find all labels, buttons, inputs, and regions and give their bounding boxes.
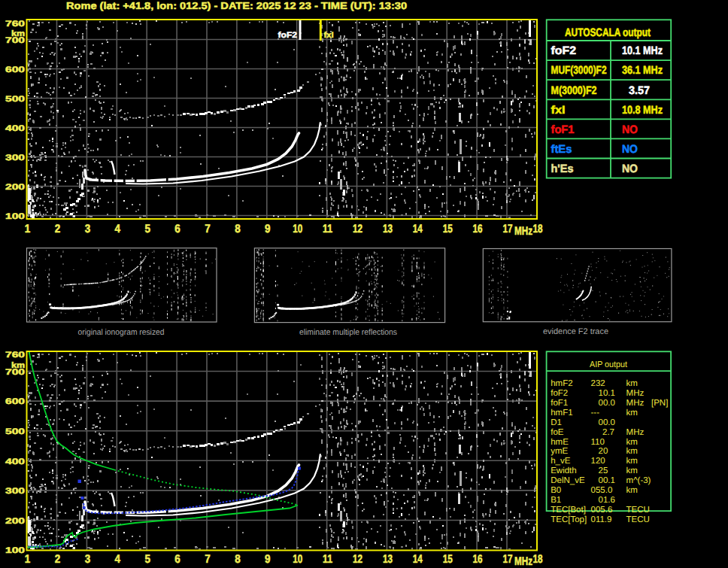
svg-text:01.6: 01.6 [599, 496, 615, 505]
svg-text:evidence F2 trace: evidence F2 trace [543, 327, 608, 336]
svg-text:MHz: MHz [626, 389, 645, 398]
svg-text:700: 700 [5, 36, 25, 45]
svg-text:17: 17 [503, 553, 513, 566]
svg-text:B0: B0 [551, 486, 561, 495]
svg-text:NO: NO [622, 163, 638, 175]
svg-text:4: 4 [115, 553, 121, 566]
svg-text:15: 15 [443, 223, 453, 235]
svg-text:13: 13 [383, 553, 393, 566]
svg-text:20: 20 [599, 447, 608, 456]
svg-text:foF1: foF1 [551, 399, 568, 408]
svg-text:14: 14 [413, 553, 423, 566]
svg-text:foE: foE [551, 428, 564, 437]
svg-text:1: 1 [25, 553, 31, 566]
svg-text:hmF2: hmF2 [551, 379, 572, 388]
svg-text:Rome (lat: +41.8, lon: 012.5): Rome (lat: +41.8, lon: 012.5) - DATE: 20… [66, 0, 407, 11]
svg-text:16: 16 [473, 223, 483, 235]
svg-text:hmF1: hmF1 [551, 409, 572, 418]
svg-text:600: 600 [5, 65, 25, 74]
svg-text:1: 1 [25, 223, 31, 235]
svg-text:foF1: foF1 [551, 123, 575, 136]
svg-text:16: 16 [473, 553, 483, 566]
svg-text:AUTOSCALA output: AUTOSCALA output [565, 26, 651, 39]
svg-text:TECU: TECU [626, 506, 650, 515]
svg-text:2: 2 [55, 553, 61, 566]
svg-text:2.7: 2.7 [602, 428, 614, 437]
svg-text:18: 18 [532, 553, 542, 566]
svg-text:6: 6 [174, 553, 180, 566]
svg-text:2: 2 [55, 223, 61, 235]
svg-text:760: 760 [5, 20, 25, 29]
svg-text:---: --- [591, 409, 600, 418]
svg-text:400: 400 [5, 124, 25, 133]
svg-text:232: 232 [591, 379, 605, 388]
svg-text:km: km [626, 447, 638, 456]
svg-text:12: 12 [353, 553, 362, 566]
svg-text:14: 14 [413, 223, 423, 235]
svg-text:11: 11 [323, 553, 332, 566]
svg-text:9: 9 [265, 553, 271, 566]
svg-text:18: 18 [532, 223, 542, 235]
svg-text:h'Es: h'Es [551, 163, 574, 175]
svg-text:8: 8 [235, 223, 241, 235]
svg-text:00.1: 00.1 [599, 476, 615, 485]
svg-text:00.0: 00.0 [599, 399, 615, 408]
svg-text:10: 10 [293, 553, 302, 566]
svg-text:5: 5 [144, 553, 150, 566]
svg-text:MHz: MHz [514, 555, 532, 568]
svg-text:600: 600 [5, 397, 25, 406]
svg-text:km: km [626, 457, 638, 466]
svg-text:B1: B1 [551, 496, 561, 505]
svg-text:9: 9 [265, 223, 271, 235]
svg-text:055.0: 055.0 [591, 486, 613, 495]
svg-text:MHz: MHz [626, 399, 645, 408]
svg-text:7: 7 [205, 223, 211, 235]
svg-text:hmE: hmE [551, 438, 569, 447]
svg-text:m^(-3): m^(-3) [626, 476, 651, 485]
svg-text:5: 5 [144, 223, 150, 235]
svg-text:36.1 MHz: 36.1 MHz [622, 64, 663, 77]
svg-text:500: 500 [5, 427, 25, 436]
svg-text:200: 200 [5, 183, 25, 192]
svg-text:13: 13 [383, 223, 393, 235]
svg-text:500: 500 [5, 95, 25, 104]
svg-text:3.57: 3.57 [629, 84, 650, 97]
svg-text:AIP output: AIP output [590, 360, 628, 369]
svg-text:3: 3 [85, 223, 91, 235]
svg-text:005.6: 005.6 [591, 506, 613, 515]
svg-text:15: 15 [443, 553, 453, 566]
svg-text:MHz: MHz [626, 428, 645, 437]
svg-text:km: km [626, 409, 638, 418]
svg-text:TEC[Top]: TEC[Top] [551, 515, 587, 524]
svg-text:h_vE: h_vE [551, 457, 571, 466]
svg-text:300: 300 [5, 153, 25, 163]
svg-text:100: 100 [5, 212, 25, 221]
svg-text:fxI: fxI [324, 31, 334, 40]
svg-text:110: 110 [591, 438, 605, 447]
svg-text:foF2: foF2 [551, 389, 568, 398]
svg-text:km: km [626, 486, 638, 495]
svg-text:300: 300 [5, 487, 25, 496]
svg-text:km: km [626, 466, 638, 475]
svg-text:ymE: ymE [551, 447, 568, 456]
svg-text:120: 120 [591, 457, 605, 466]
svg-text:10.1 MHz: 10.1 MHz [622, 44, 663, 57]
svg-text:NO: NO [622, 123, 638, 136]
svg-text:17: 17 [503, 223, 513, 235]
svg-text:original ionogram resized: original ionogram resized [78, 328, 165, 337]
svg-text:foF2: foF2 [278, 31, 298, 40]
svg-text:10.1: 10.1 [599, 389, 615, 398]
svg-text:100: 100 [5, 546, 25, 555]
svg-text:MHz: MHz [514, 225, 532, 238]
svg-text:ftEs: ftEs [551, 143, 572, 156]
svg-text:TECU: TECU [626, 515, 650, 524]
svg-text:D1: D1 [551, 418, 562, 427]
svg-text:6: 6 [174, 223, 180, 235]
svg-text:400: 400 [5, 457, 25, 466]
svg-text:700: 700 [5, 368, 25, 377]
svg-text:eliminate multiple reflections: eliminate multiple reflections [299, 328, 397, 337]
svg-text:[PN]: [PN] [651, 399, 668, 408]
svg-text:10: 10 [293, 223, 302, 235]
svg-text:M(3000)F2: M(3000)F2 [551, 84, 597, 97]
svg-text:11: 11 [323, 223, 332, 235]
